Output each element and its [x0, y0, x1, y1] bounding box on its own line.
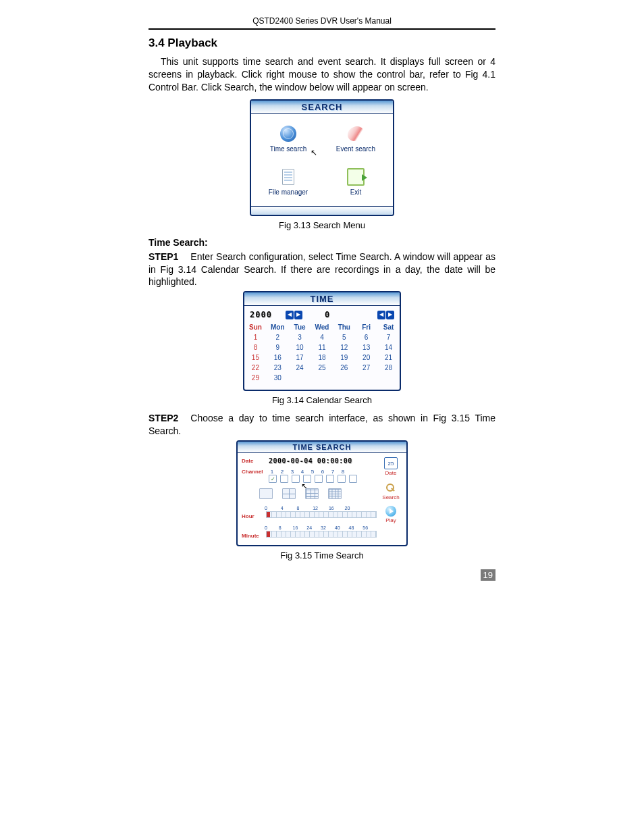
search-icon [385, 483, 397, 494]
hour-label: Hour [242, 513, 265, 519]
ts-title: TIME SEARCH [238, 442, 406, 453]
ch7-checkbox[interactable] [338, 475, 346, 483]
time-search-heading: Time Search: [149, 237, 495, 248]
year-stepper[interactable]: ◀ ▶ [286, 311, 302, 319]
step1: STEP1Enter Search configuration, select … [149, 251, 495, 289]
feather-icon [346, 124, 365, 144]
search-title: SEARCH [251, 101, 393, 114]
step2-text: Choose a day to time search interface, a… [149, 413, 495, 436]
view-9-button[interactable] [305, 488, 319, 499]
file-manager-label: File manager [269, 188, 308, 196]
calendar-icon: 25 [384, 457, 398, 469]
cal-row: 1234567 [244, 332, 400, 342]
date-label: Date [242, 458, 265, 464]
cal-row: 22232425262728 [244, 363, 400, 373]
hour-slider[interactable] [266, 511, 377, 518]
prev-icon[interactable]: ◀ [377, 311, 385, 319]
ch6-checkbox[interactable] [326, 475, 334, 483]
time-search-label: Time search [270, 145, 307, 153]
ch5-checkbox[interactable] [315, 475, 323, 483]
month-value: 0 [325, 310, 330, 319]
exit-button[interactable]: Exit [323, 161, 389, 203]
calendar-table: Sun Mon Tue Wed Thu Fri Sat 1234567 8910… [244, 322, 400, 383]
step2-label: STEP2 [149, 413, 178, 423]
time-search-button[interactable]: Time search ↖ [255, 118, 321, 160]
section-title: 3.4 Playback [149, 36, 495, 50]
play-button[interactable]: Play [385, 506, 396, 523]
event-search-label: Event search [336, 145, 375, 153]
file-manager-button[interactable]: File manager [255, 161, 321, 203]
view-modes [259, 488, 377, 499]
next-icon[interactable]: ▶ [386, 311, 394, 319]
event-search-button[interactable]: Event search [323, 118, 389, 160]
exit-label: Exit [350, 188, 362, 196]
exit-icon [347, 168, 365, 186]
ch2-checkbox[interactable] [280, 475, 288, 483]
channel-numbers: 12345678 [269, 469, 357, 475]
date-button[interactable]: 25 Date [384, 457, 398, 476]
year-value: 2000 [250, 310, 272, 319]
fig-313-caption: Fig 3.13 Search Menu [149, 220, 495, 230]
globe-icon [280, 126, 296, 142]
date-value: 2000-00-04 00:00:00 [269, 457, 352, 465]
time-title: TIME [244, 292, 400, 306]
channel-label: Channel [242, 469, 265, 475]
page-number: 19 [481, 569, 495, 581]
fig-search-menu: SEARCH Time search ↖ Event search File m… [250, 99, 394, 216]
days-header: Sun Mon Tue Wed Thu Fri Sat [244, 322, 400, 332]
view-16-button[interactable] [328, 488, 342, 499]
prev-icon[interactable]: ◀ [286, 311, 294, 319]
minute-label: Minute [242, 533, 265, 539]
step1-text: Enter Search configuration, select Time … [149, 251, 495, 288]
cal-row: 2930 [244, 373, 400, 383]
next-icon[interactable]: ▶ [294, 311, 302, 319]
search-button[interactable]: Search [382, 483, 399, 500]
intro-text: This unit supports time search and event… [149, 55, 495, 94]
cal-row: 15161718192021 [244, 353, 400, 363]
panel-footer [251, 206, 393, 215]
cursor-icon: ↖ [311, 148, 317, 157]
play-icon [385, 506, 396, 517]
step2: STEP2Choose a day to time search interfa… [149, 412, 495, 438]
fig-315-caption: Fig 3.15 Time Search [149, 550, 495, 561]
ch1-checkbox[interactable]: ✓ [269, 475, 277, 483]
view-1-button[interactable] [259, 488, 273, 499]
cal-row: 891011121314 [244, 342, 400, 353]
fig-calendar: TIME 2000 ◀ ▶ 0 ◀ ▶ Sun Mon Tue Wed Thu [243, 291, 401, 391]
ch3-checkbox[interactable] [292, 475, 300, 483]
fig-314-caption: Fig 3.14 Calendar Search [149, 395, 495, 405]
month-stepper[interactable]: ◀ ▶ [377, 311, 394, 319]
hour-ticks: 048121620 [265, 506, 377, 511]
ch8-checkbox[interactable] [349, 475, 357, 483]
fig-time-search: TIME SEARCH Date 2000-00-04 00:00:00 Cha… [236, 440, 408, 546]
step1-label: STEP1 [149, 251, 178, 262]
view-4-button[interactable] [282, 488, 296, 499]
running-head: QSTD2400 Series DVR User's Manual [149, 16, 495, 26]
minute-slider[interactable] [266, 531, 377, 538]
channel-checkboxes: ✓ ↖ [269, 475, 357, 483]
minute-ticks: 08162432404856 [265, 525, 377, 530]
head-rule [149, 28, 495, 30]
file-icon [282, 169, 294, 185]
